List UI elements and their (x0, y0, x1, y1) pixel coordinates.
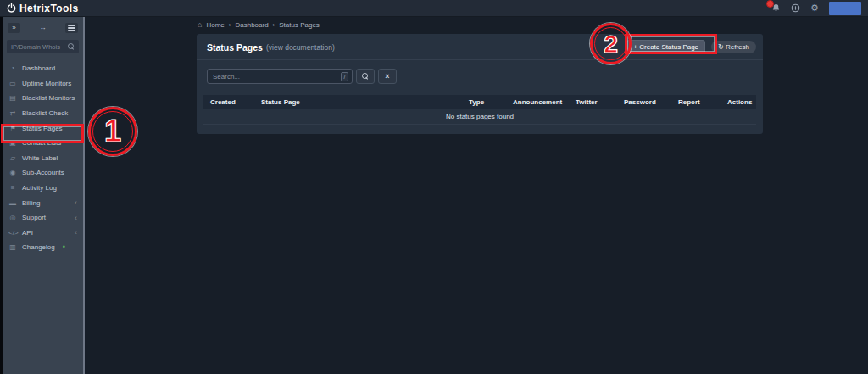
panel-header-buttons: + Create Status Page ↻ Refresh (626, 40, 756, 54)
life-ring-icon: ◎ (8, 214, 17, 221)
status-pages-table: Created Status Page Type Announcement Tw… (203, 95, 756, 125)
search-icon (362, 73, 369, 80)
gauge-icon: ◔ (8, 64, 17, 72)
column-password: Password (617, 98, 671, 106)
new-indicator-dot: • (63, 243, 65, 251)
breadcrumb-separator: › (273, 21, 275, 29)
sidebar-item-blacklist-check[interactable]: ⇄ Blacklist Check (3, 106, 83, 121)
sidebar-item-status-pages[interactable]: ⚑ Status Pages (3, 120, 83, 136)
settings-gear-icon[interactable]: ⚙ (810, 3, 820, 14)
bookmark-icon: ▱ (8, 154, 17, 162)
sidebar-item-uptime-monitors[interactable]: ▭ Uptime Monitors (3, 76, 83, 92)
plus-circle-icon[interactable] (790, 3, 800, 14)
column-created: Created (203, 98, 254, 106)
search-submit-button[interactable] (356, 69, 375, 84)
breadcrumb: ⌂ Home › Dashboard › Status Pages (198, 21, 320, 29)
breadcrumb-home[interactable]: Home (206, 21, 224, 29)
column-announcement: Announcement (506, 98, 569, 106)
sidebar-item-activity-log[interactable]: ≡ Activity Log (3, 181, 83, 196)
shuffle-icon: ⇄ (8, 109, 17, 117)
log-icon: ≡ (8, 184, 17, 192)
breadcrumb-current: Status Pages (279, 21, 320, 29)
table-search-input[interactable] (213, 73, 341, 81)
logo-text: HetrixTools (19, 3, 79, 14)
sidebar-item-api[interactable]: </> API ‹ (3, 226, 83, 241)
sidebar-menu: ◔ Dashboard ▭ Uptime Monitors ▤ Blacklis… (3, 61, 83, 255)
topbar-actions: ⚙ (771, 2, 861, 15)
home-icon: ⌂ (198, 21, 202, 29)
sidebar-toggle-row: » ↔ (3, 17, 83, 37)
whois-search-box (7, 40, 79, 53)
breadcrumb-dashboard[interactable]: Dashboard (235, 21, 268, 29)
sidebar-collapse-icon[interactable]: » (8, 23, 20, 33)
chevron-left-icon: ‹ (75, 198, 77, 207)
column-type: Type (462, 98, 506, 106)
empty-state-text: No status pages found (446, 113, 514, 120)
monitor-icon: ▭ (8, 80, 17, 87)
slash-key-hint: / (341, 72, 348, 81)
column-twitter: Twitter (569, 98, 617, 106)
table-search-box: / (207, 69, 353, 84)
flag-icon: ⚑ (8, 125, 17, 132)
top-header-bar: HetrixTools ⚙ (0, 0, 868, 17)
search-clear-button[interactable]: × (378, 69, 397, 84)
hetrixtools-logo[interactable]: HetrixTools (7, 3, 79, 14)
power-icon (7, 3, 16, 13)
refresh-button[interactable]: ↻ Refresh (711, 41, 756, 53)
table-header-row: Created Status Page Type Announcement Tw… (203, 95, 756, 109)
status-pages-panel: Status Pages (view documentation) + Crea… (197, 34, 763, 134)
column-report: Report (671, 98, 721, 106)
sidebar-resize-icon[interactable]: ↔ (36, 23, 49, 33)
table-search-row: / × (207, 69, 763, 84)
sidebar-item-billing[interactable]: ▬ Billing ‹ (3, 195, 83, 210)
sidebar-item-sub-accounts[interactable]: ◉ Sub-Accounts (3, 165, 83, 181)
sidebar-item-blacklist-monitors[interactable]: ▤ Blacklist Monitors (3, 91, 83, 106)
search-icon[interactable] (68, 43, 75, 50)
newspaper-icon: ▥ (8, 243, 17, 251)
whois-search-input[interactable] (11, 43, 68, 51)
sidebar-item-white-label[interactable]: ▱ White Label (3, 151, 83, 166)
list-icon: ▤ (8, 94, 17, 102)
empty-state-row: No status pages found (203, 109, 756, 125)
address-book-icon: ▣ (8, 139, 17, 147)
sidebar-item-support[interactable]: ◎ Support ‹ (3, 210, 83, 226)
sidebar: » ↔ ◔ Dashboard ▭ Uptime Monitors ▤ Blac… (3, 17, 85, 374)
chevron-left-icon: ‹ (75, 214, 77, 222)
users-icon: ◉ (8, 169, 17, 176)
create-status-page-button[interactable]: + Create Status Page (626, 40, 705, 54)
chevron-left-icon: ‹ (75, 228, 77, 237)
credit-card-icon: ▬ (8, 199, 17, 207)
view-documentation-link[interactable]: (view documentation) (266, 43, 335, 52)
sidebar-item-changelog[interactable]: ▥ Changelog • (3, 240, 83, 255)
page-title: Status Pages (207, 42, 263, 53)
redacted-username-overlay[interactable] (829, 2, 861, 15)
notifications-bell-icon[interactable] (771, 3, 781, 14)
sidebar-item-dashboard[interactable]: ◔ Dashboard (3, 61, 83, 76)
column-actions: Actions (721, 98, 756, 106)
panel-header: Status Pages (view documentation) + Crea… (197, 34, 763, 60)
code-icon: </> (8, 229, 17, 237)
breadcrumb-separator: › (229, 21, 231, 29)
hamburger-menu-icon[interactable] (65, 23, 78, 33)
notification-badge (766, 0, 774, 8)
sidebar-item-contact-lists[interactable]: ▣ Contact Lists (3, 136, 83, 151)
column-status-page: Status Page (254, 98, 462, 106)
